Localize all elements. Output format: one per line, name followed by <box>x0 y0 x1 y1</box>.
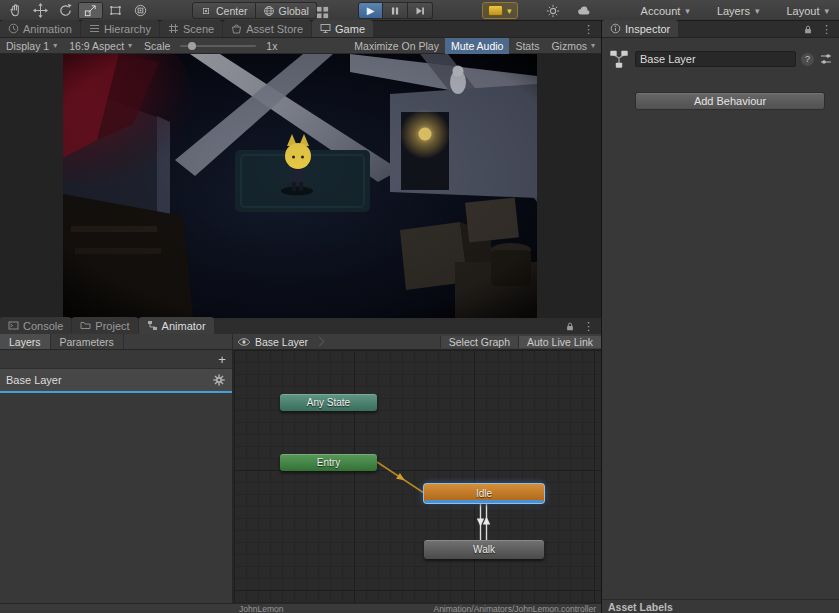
animator-graph-canvas[interactable]: Any State Entry Idle Walk <box>234 350 601 603</box>
layer-row-base-layer[interactable]: Base Layer <box>0 369 232 393</box>
tab-label: Hierarchy <box>104 23 151 35</box>
asset-labels-section[interactable]: Asset Labels <box>602 599 839 613</box>
scene-illustration <box>63 54 537 318</box>
folder-icon <box>80 320 91 331</box>
layout-dropdown[interactable]: Layout ▾ <box>782 3 833 19</box>
space-toggle-label: Global <box>279 5 309 17</box>
tab-animator[interactable]: Animator <box>139 317 214 334</box>
pivot-space-group: Center Global <box>192 2 317 19</box>
playmode-controls: ▶ <box>358 2 433 19</box>
display-dropdown[interactable]: Display 1 ▾ <box>0 38 63 54</box>
services-button[interactable] <box>541 2 565 19</box>
collab-icon <box>488 5 503 16</box>
game-view-toolbar: Display 1 ▾ 16:9 Aspect ▾ Scale 1x Maxim… <box>0 38 601 54</box>
lock-icon[interactable] <box>803 24 813 35</box>
pause-icon <box>388 4 402 18</box>
rotate-tool-button[interactable] <box>53 2 78 19</box>
state-node-walk[interactable]: Walk <box>424 540 544 559</box>
state-node-any-state[interactable]: Any State <box>280 394 377 411</box>
layers-dropdown[interactable]: Layers ▾ <box>713 3 764 19</box>
tab-scene[interactable]: Scene <box>160 20 222 37</box>
scale-label: Scale <box>138 38 176 54</box>
scale-tool-icon <box>83 3 98 18</box>
collab-button[interactable]: ▾ <box>482 2 518 19</box>
inspector-panel: Inspector ⋮ ? Add Behaviour Asset Labels <box>601 21 839 613</box>
monitor-icon <box>320 23 331 34</box>
tab-asset-store[interactable]: Asset Store <box>223 20 311 37</box>
step-button[interactable] <box>408 2 433 19</box>
display-dropdown-label: Display 1 <box>6 40 49 52</box>
selected-object-name: JohnLemon <box>239 604 283 613</box>
panel-menu-icon[interactable]: ⋮ <box>819 24 834 35</box>
tab-hierarchy[interactable]: Hierarchy <box>81 20 159 37</box>
state-node-entry[interactable]: Entry <box>280 454 377 471</box>
gear-icon[interactable] <box>212 373 226 387</box>
transform-tools-group <box>3 0 153 19</box>
eye-icon <box>237 337 251 347</box>
aspect-dropdown-label: 16:9 Aspect <box>69 40 124 52</box>
tab-console[interactable]: Console <box>0 317 71 334</box>
add-behaviour-button[interactable]: Add Behaviour <box>635 92 825 110</box>
state-label: Idle <box>476 488 492 499</box>
tab-inspector[interactable]: Inspector <box>602 20 678 37</box>
layer-list-header: + <box>0 350 232 369</box>
presets-icon[interactable] <box>819 52 833 66</box>
grid-snap-button[interactable] <box>310 4 335 21</box>
tab-project[interactable]: Project <box>72 317 137 334</box>
animator-breadcrumb: Base Layer Select Graph Auto Live Link <box>233 334 601 349</box>
chevron-down-icon: ▾ <box>507 6 512 16</box>
animator-statusbar: JohnLemon Animation/Animators/JohnLemon.… <box>0 603 601 613</box>
cloud-icon <box>577 4 591 18</box>
lock-icon[interactable] <box>565 321 575 332</box>
chevron-down-icon: ▾ <box>685 6 690 16</box>
pivot-toggle-label: Center <box>216 5 248 17</box>
stats-toggle[interactable]: Stats <box>509 38 545 54</box>
animator-toolbar: Layers Parameters Base Layer Select Grap… <box>0 334 601 350</box>
pivot-center-icon <box>200 5 212 17</box>
tab-label: Inspector <box>625 23 670 35</box>
animator-side-tabs: Layers Parameters <box>0 334 233 349</box>
move-tool-button[interactable] <box>28 2 53 19</box>
controller-path: Animation/Animators/JohnLemon.controller <box>433 604 596 613</box>
scale-slider[interactable] <box>180 45 256 47</box>
maximize-on-play-toggle[interactable]: Maximize On Play <box>348 38 445 54</box>
aspect-dropdown[interactable]: 16:9 Aspect ▾ <box>63 38 138 54</box>
account-dropdown[interactable]: Account ▾ <box>637 3 694 19</box>
tab-animation[interactable]: Animation <box>0 20 80 37</box>
transition-arrows <box>234 350 601 603</box>
cloud-button[interactable] <box>572 2 596 19</box>
rotate-tool-icon <box>58 3 73 18</box>
inspector-tabstrip: Inspector ⋮ <box>602 21 839 38</box>
state-node-idle[interactable]: Idle <box>424 484 544 503</box>
hand-tool-button[interactable] <box>3 2 28 19</box>
game-view-letterbox <box>0 54 601 318</box>
transform-tool-button[interactable] <box>128 2 153 19</box>
scale-tool-button[interactable] <box>78 2 103 19</box>
gizmos-dropdown[interactable]: Gizmos ▾ <box>545 38 601 54</box>
info-icon <box>610 23 621 34</box>
pause-button[interactable] <box>383 2 408 19</box>
rect-tool-button[interactable] <box>103 2 128 19</box>
mute-audio-toggle[interactable]: Mute Audio <box>445 38 510 54</box>
tab-game[interactable]: Game <box>312 20 373 37</box>
breadcrumb-layer-label[interactable]: Base Layer <box>255 336 308 348</box>
help-icon[interactable]: ? <box>801 53 814 66</box>
clock-icon <box>8 23 19 34</box>
panel-menu-icon[interactable]: ⋮ <box>581 24 596 35</box>
tab-layers[interactable]: Layers <box>0 334 51 349</box>
tab-parameters[interactable]: Parameters <box>51 334 124 349</box>
state-playback-progress <box>425 500 543 503</box>
select-graph-button[interactable]: Select Graph <box>440 336 518 348</box>
pivot-toggle-button[interactable]: Center <box>192 2 256 19</box>
tab-label: Animator <box>162 320 206 332</box>
scale-slider-knob[interactable] <box>188 42 196 50</box>
animator-layers-panel: + Base Layer <box>0 350 233 603</box>
space-toggle-button[interactable]: Global <box>256 2 317 19</box>
game-rendered-scene[interactable] <box>63 54 537 318</box>
play-button[interactable]: ▶ <box>358 2 383 19</box>
auto-live-link-button[interactable]: Auto Live Link <box>518 336 601 348</box>
panel-menu-icon[interactable]: ⋮ <box>581 321 596 332</box>
breadcrumb-separator-icon <box>315 337 325 347</box>
add-layer-button[interactable]: + <box>212 350 232 369</box>
layer-name-field[interactable] <box>635 51 796 67</box>
